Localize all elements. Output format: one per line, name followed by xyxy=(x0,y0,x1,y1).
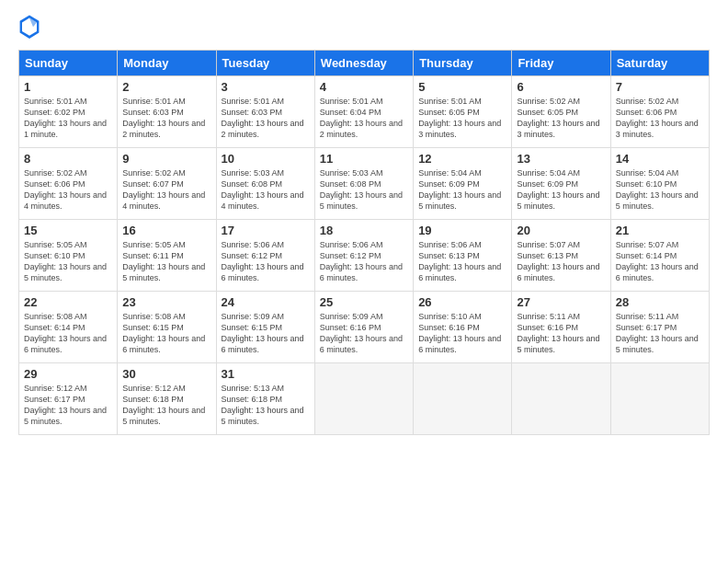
cell-info: Sunrise: 5:11 AMSunset: 6:16 PMDaylight:… xyxy=(517,312,599,354)
logo xyxy=(18,15,44,40)
cell-info: Sunrise: 5:06 AMSunset: 6:12 PMDaylight:… xyxy=(222,240,304,282)
cell-info: Sunrise: 5:09 AMSunset: 6:15 PMDaylight:… xyxy=(222,312,304,354)
day-number: 3 xyxy=(222,80,310,94)
cell-info: Sunrise: 5:01 AMSunset: 6:05 PMDaylight:… xyxy=(418,97,501,139)
cell-info: Sunrise: 5:04 AMSunset: 6:10 PMDaylight:… xyxy=(616,168,699,211)
calendar-cell: 10Sunrise: 5:03 AMSunset: 6:08 PMDayligh… xyxy=(216,148,314,220)
day-number: 9 xyxy=(122,152,210,166)
cell-info: Sunrise: 5:02 AMSunset: 6:06 PMDaylight:… xyxy=(24,168,107,211)
cell-info: Sunrise: 5:07 AMSunset: 6:14 PMDaylight:… xyxy=(616,240,699,282)
cell-info: Sunrise: 5:07 AMSunset: 6:13 PMDaylight:… xyxy=(517,240,599,282)
day-number: 19 xyxy=(418,224,506,237)
calendar-cell: 20Sunrise: 5:07 AMSunset: 6:13 PMDayligh… xyxy=(512,220,610,292)
day-number: 1 xyxy=(24,80,112,94)
cell-info: Sunrise: 5:03 AMSunset: 6:08 PMDaylight:… xyxy=(222,168,304,211)
day-number: 31 xyxy=(222,367,310,381)
cell-info: Sunrise: 5:11 AMSunset: 6:17 PMDaylight:… xyxy=(616,312,699,354)
day-number: 25 xyxy=(320,295,408,309)
cell-info: Sunrise: 5:06 AMSunset: 6:13 PMDaylight:… xyxy=(418,240,501,282)
day-number: 8 xyxy=(24,152,112,166)
day-number: 26 xyxy=(418,295,506,309)
calendar-cell: 7Sunrise: 5:02 AMSunset: 6:06 PMDaylight… xyxy=(610,76,709,148)
day-header-tuesday: Tuesday xyxy=(216,51,314,76)
cell-info: Sunrise: 5:06 AMSunset: 6:12 PMDaylight:… xyxy=(320,240,403,282)
calendar-cell: 26Sunrise: 5:10 AMSunset: 6:16 PMDayligh… xyxy=(414,292,512,363)
day-header-saturday: Saturday xyxy=(610,51,709,76)
calendar-cell: 19Sunrise: 5:06 AMSunset: 6:13 PMDayligh… xyxy=(414,220,512,292)
cell-info: Sunrise: 5:01 AMSunset: 6:04 PMDaylight:… xyxy=(320,97,403,139)
calendar-cell: 25Sunrise: 5:09 AMSunset: 6:16 PMDayligh… xyxy=(314,292,413,363)
calendar-cell: 2Sunrise: 5:01 AMSunset: 6:03 PMDaylight… xyxy=(118,76,216,148)
day-header-wednesday: Wednesday xyxy=(314,51,413,76)
cell-info: Sunrise: 5:13 AMSunset: 6:18 PMDaylight:… xyxy=(222,384,304,426)
cell-info: Sunrise: 5:02 AMSunset: 6:07 PMDaylight:… xyxy=(122,168,205,211)
day-number: 4 xyxy=(320,80,408,94)
day-number: 7 xyxy=(616,80,704,94)
calendar-cell: 3Sunrise: 5:01 AMSunset: 6:03 PMDaylight… xyxy=(216,76,314,148)
day-number: 18 xyxy=(320,224,408,237)
calendar-cell: 12Sunrise: 5:04 AMSunset: 6:09 PMDayligh… xyxy=(414,148,512,220)
calendar-cell xyxy=(414,363,512,435)
cell-info: Sunrise: 5:05 AMSunset: 6:10 PMDaylight:… xyxy=(24,240,107,282)
calendar-cell xyxy=(314,363,413,435)
day-number: 28 xyxy=(616,295,704,309)
page: SundayMondayTuesdayWednesdayThursdayFrid… xyxy=(0,0,728,563)
calendar-cell: 27Sunrise: 5:11 AMSunset: 6:16 PMDayligh… xyxy=(512,292,610,363)
calendar-cell: 28Sunrise: 5:11 AMSunset: 6:17 PMDayligh… xyxy=(610,292,709,363)
day-number: 22 xyxy=(24,295,112,309)
day-number: 13 xyxy=(517,152,605,166)
calendar-cell: 6Sunrise: 5:02 AMSunset: 6:05 PMDaylight… xyxy=(512,76,610,148)
logo-icon xyxy=(18,15,40,40)
calendar-cell: 31Sunrise: 5:13 AMSunset: 6:18 PMDayligh… xyxy=(216,363,314,435)
week-row-4: 29Sunrise: 5:12 AMSunset: 6:17 PMDayligh… xyxy=(19,363,710,435)
cell-info: Sunrise: 5:04 AMSunset: 6:09 PMDaylight:… xyxy=(418,168,501,211)
cell-info: Sunrise: 5:12 AMSunset: 6:17 PMDaylight:… xyxy=(24,384,107,426)
header-row: SundayMondayTuesdayWednesdayThursdayFrid… xyxy=(19,51,710,76)
calendar-cell: 17Sunrise: 5:06 AMSunset: 6:12 PMDayligh… xyxy=(216,220,314,292)
calendar-cell: 24Sunrise: 5:09 AMSunset: 6:15 PMDayligh… xyxy=(216,292,314,363)
day-number: 15 xyxy=(24,224,112,237)
week-row-2: 15Sunrise: 5:05 AMSunset: 6:10 PMDayligh… xyxy=(19,220,710,292)
day-number: 11 xyxy=(320,152,408,166)
day-number: 23 xyxy=(122,295,210,309)
week-row-0: 1Sunrise: 5:01 AMSunset: 6:02 PMDaylight… xyxy=(19,76,710,148)
day-number: 21 xyxy=(616,224,704,237)
day-number: 5 xyxy=(418,80,506,94)
calendar-table: SundayMondayTuesdayWednesdayThursdayFrid… xyxy=(18,50,710,435)
calendar-cell: 11Sunrise: 5:03 AMSunset: 6:08 PMDayligh… xyxy=(314,148,413,220)
cell-info: Sunrise: 5:12 AMSunset: 6:18 PMDaylight:… xyxy=(122,384,205,426)
calendar-cell: 18Sunrise: 5:06 AMSunset: 6:12 PMDayligh… xyxy=(314,220,413,292)
day-header-sunday: Sunday xyxy=(19,51,118,76)
cell-info: Sunrise: 5:03 AMSunset: 6:08 PMDaylight:… xyxy=(320,168,403,211)
cell-info: Sunrise: 5:10 AMSunset: 6:16 PMDaylight:… xyxy=(418,312,501,354)
calendar-cell: 4Sunrise: 5:01 AMSunset: 6:04 PMDaylight… xyxy=(314,76,413,148)
cell-info: Sunrise: 5:04 AMSunset: 6:09 PMDaylight:… xyxy=(517,168,599,211)
cell-info: Sunrise: 5:01 AMSunset: 6:03 PMDaylight:… xyxy=(122,97,205,139)
cell-info: Sunrise: 5:01 AMSunset: 6:03 PMDaylight:… xyxy=(222,97,304,139)
calendar-cell: 30Sunrise: 5:12 AMSunset: 6:18 PMDayligh… xyxy=(118,363,216,435)
calendar-cell: 15Sunrise: 5:05 AMSunset: 6:10 PMDayligh… xyxy=(19,220,118,292)
calendar-cell: 1Sunrise: 5:01 AMSunset: 6:02 PMDaylight… xyxy=(19,76,118,148)
calendar-cell: 13Sunrise: 5:04 AMSunset: 6:09 PMDayligh… xyxy=(512,148,610,220)
calendar-cell: 16Sunrise: 5:05 AMSunset: 6:11 PMDayligh… xyxy=(118,220,216,292)
calendar-cell: 5Sunrise: 5:01 AMSunset: 6:05 PMDaylight… xyxy=(414,76,512,148)
cell-info: Sunrise: 5:05 AMSunset: 6:11 PMDaylight:… xyxy=(122,240,205,282)
cell-info: Sunrise: 5:09 AMSunset: 6:16 PMDaylight:… xyxy=(320,312,403,354)
day-number: 17 xyxy=(222,224,310,237)
header xyxy=(18,15,710,40)
cell-info: Sunrise: 5:02 AMSunset: 6:06 PMDaylight:… xyxy=(616,97,699,139)
cell-info: Sunrise: 5:02 AMSunset: 6:05 PMDaylight:… xyxy=(517,97,599,139)
day-number: 20 xyxy=(517,224,605,237)
calendar-cell: 22Sunrise: 5:08 AMSunset: 6:14 PMDayligh… xyxy=(19,292,118,363)
cell-info: Sunrise: 5:01 AMSunset: 6:02 PMDaylight:… xyxy=(24,97,107,139)
calendar-cell xyxy=(512,363,610,435)
day-number: 29 xyxy=(24,367,112,381)
day-number: 12 xyxy=(418,152,506,166)
calendar-cell: 23Sunrise: 5:08 AMSunset: 6:15 PMDayligh… xyxy=(118,292,216,363)
day-number: 30 xyxy=(122,367,210,381)
calendar-cell: 14Sunrise: 5:04 AMSunset: 6:10 PMDayligh… xyxy=(610,148,709,220)
day-number: 2 xyxy=(122,80,210,94)
week-row-3: 22Sunrise: 5:08 AMSunset: 6:14 PMDayligh… xyxy=(19,292,710,363)
cell-info: Sunrise: 5:08 AMSunset: 6:14 PMDaylight:… xyxy=(24,312,107,354)
week-row-1: 8Sunrise: 5:02 AMSunset: 6:06 PMDaylight… xyxy=(19,148,710,220)
